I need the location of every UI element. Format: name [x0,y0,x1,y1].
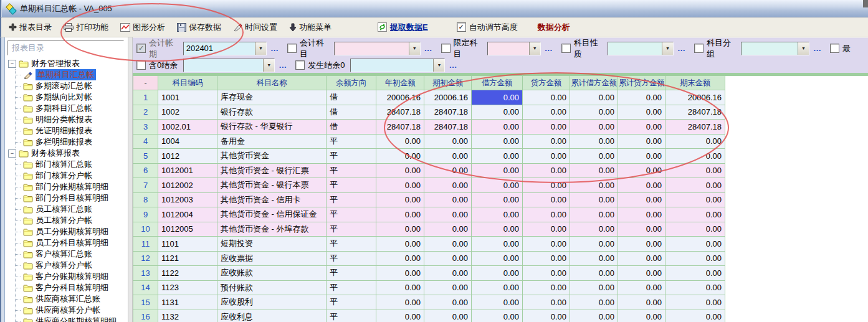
cell-amount[interactable]: 0.00 [472,310,523,322]
column-header-期末金额[interactable]: 期末金额 [665,76,725,90]
sidebar-item[interactable]: 多期滚动汇总帐 [16,80,128,92]
row-number[interactable]: 4 [133,135,158,149]
cell-account-code[interactable]: 1012002 [158,178,217,193]
cell-amount[interactable]: 0.00 [472,120,523,135]
cell-amount[interactable]: 0.00 [665,193,725,208]
cell-balance-direction[interactable]: 平 [327,237,376,252]
sidebar-item[interactable]: 多期科目汇总帐 [16,103,128,114]
cell-balance-direction[interactable]: 借 [327,90,376,105]
cell-amount[interactable]: 0.00 [424,237,472,252]
cell-account-name[interactable]: 银行存款 [217,105,327,120]
sidebar-item[interactable]: 员工分账期核算明细 [16,226,128,237]
cell-account-name[interactable]: 应收票据 [217,252,327,267]
cell-amount[interactable]: 0.00 [376,149,424,164]
filter-checkbox-含0结余[interactable]: 含0结余 [136,60,178,71]
cell-amount[interactable]: 0.00 [376,207,424,222]
cell-account-name[interactable]: 其他货币资金 [217,149,327,164]
cell-amount[interactable]: 0.00 [665,252,725,267]
cell-amount[interactable]: 0.00 [570,266,618,281]
cell-account-code[interactable]: 1012005 [158,222,217,237]
cell-amount[interactable]: 0.00 [523,252,570,267]
cell-amount[interactable]: 0.00 [472,149,523,164]
column-header-科目名称[interactable]: 科目名称 [217,76,327,90]
cell-amount[interactable]: 0.00 [424,295,472,310]
cell-amount[interactable]: 0.00 [472,207,523,222]
cell-amount[interactable]: 0.00 [472,237,523,252]
cell-amount[interactable]: 0.00 [424,222,472,237]
cell-amount[interactable]: 0.00 [472,135,523,149]
sidebar-item[interactable]: 部门核算汇总账 [16,159,128,170]
sidebar-item[interactable]: 客户核算分户帐 [16,260,128,271]
filter-checkbox-最[interactable]: 最 [830,43,851,54]
cell-amount[interactable]: 0.00 [570,178,618,193]
row-number[interactable]: 16 [133,310,158,322]
filter-combo-会计科目[interactable]: ▼ [334,42,421,55]
cell-balance-direction[interactable]: 平 [327,295,376,310]
cell-account-code[interactable]: 1132 [158,310,217,322]
row-number[interactable]: 1 [133,90,158,105]
column-header-科目编码[interactable]: 科目编码 [158,76,217,90]
cell-amount[interactable]: 0.00 [523,90,570,105]
cell-balance-direction[interactable]: 平 [327,266,376,281]
sidebar-item[interactable]: 员工核算汇总账 [16,204,128,215]
cell-amount[interactable]: 0.00 [665,237,725,252]
cell-amount[interactable]: 0.00 [665,281,725,296]
cell-amount[interactable]: 0.00 [523,281,570,296]
checkbox-icon[interactable] [136,44,146,53]
cell-account-name[interactable]: 备用金 [217,135,327,149]
row-number[interactable]: 13 [133,266,158,281]
cell-amount[interactable]: 0.00 [523,164,570,179]
cell-amount[interactable]: 0.00 [618,135,665,149]
filter-checkbox-科目性质[interactable]: 科目性质 [561,37,603,60]
filter-combo-科目性质[interactable]: ▼ [608,42,674,55]
cell-account-code[interactable]: 1012003 [158,193,217,208]
checkbox-icon[interactable] [136,60,146,70]
cell-amount[interactable]: 28407.18 [376,120,424,135]
cell-amount[interactable]: 28407.18 [665,105,725,120]
cell-account-code[interactable]: 1101 [158,237,217,252]
cell-amount[interactable]: 0.00 [523,178,570,193]
cell-amount[interactable]: 0.00 [523,237,570,252]
cell-amount[interactable]: 20006.16 [376,90,424,105]
sidebar-item[interactable]: 部门分科目核算明细 [16,192,128,204]
sidebar-item[interactable]: 单期科目汇总帐 [16,69,128,80]
cell-amount[interactable]: 0.00 [472,105,523,120]
cell-balance-direction[interactable]: 平 [327,222,376,237]
cell-amount[interactable]: 0.00 [618,207,665,222]
filter-combo-限定科目[interactable]: ▼ [487,42,541,55]
cell-account-name[interactable]: 其他货币资金 - 银行本票 [217,178,327,193]
dropdown-arrow-icon[interactable]: ▼ [255,42,266,55]
cell-amount[interactable]: 0.00 [523,266,570,281]
cell-account-name[interactable]: 预付账款 [217,281,327,296]
cell-amount[interactable]: 0.00 [665,295,725,310]
filter-combo-发生结余0[interactable]: ▼ [350,59,445,72]
cell-amount[interactable]: 0.00 [424,178,472,193]
cell-amount[interactable]: 20006.16 [665,90,725,105]
tree-group[interactable]: −财务管理报表 [5,58,128,69]
sidebar-item[interactable]: 员工分科目核算明细 [16,237,128,249]
cell-amount[interactable]: 0.00 [472,266,523,281]
cell-amount[interactable]: 0.00 [618,237,665,252]
checkbox-icon[interactable] [441,44,451,53]
checkbox-icon[interactable] [457,22,466,32]
row-number[interactable]: 11 [133,237,158,252]
more-options-button[interactable]: … [545,44,553,53]
cell-amount[interactable]: 0.00 [523,207,570,222]
cell-amount[interactable]: 0.00 [424,310,472,322]
cell-amount[interactable]: 0.00 [376,310,424,322]
filter-combo-会计帐期[interactable]: 202401▼ [183,42,267,55]
cell-account-code[interactable]: 1012 [158,149,217,164]
cell-amount[interactable]: 28407.18 [424,120,472,135]
column-header-年初金额[interactable]: 年初金额 [376,76,424,90]
row-number[interactable]: 5 [133,149,158,164]
cell-amount[interactable]: 0.00 [618,120,665,135]
cell-amount[interactable]: 0.00 [472,164,523,179]
cell-amount[interactable]: 0.00 [618,281,665,296]
dropdown-arrow-icon[interactable]: ▼ [409,42,420,55]
filter-checkbox-会计科目[interactable]: 会计科目 [287,37,328,60]
sidebar-item[interactable]: 多栏明细账报表 [16,136,128,148]
cell-amount[interactable]: 0.00 [376,178,424,193]
toolbar-button-function-menu[interactable]: 功能菜单 [288,21,333,34]
cell-amount[interactable]: 0.00 [472,222,523,237]
cell-amount[interactable]: 0.00 [424,252,472,267]
